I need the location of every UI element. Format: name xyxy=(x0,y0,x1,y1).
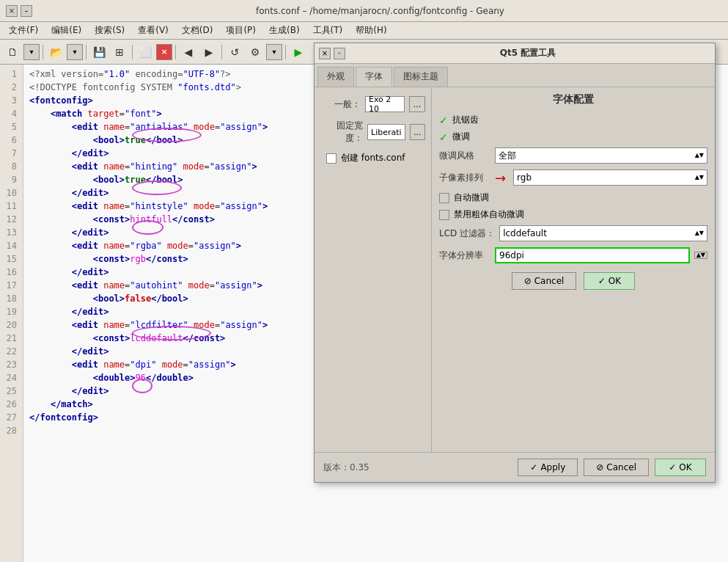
dpi-input[interactable]: 96dpi xyxy=(495,247,690,263)
bottom-buttons: ✓ Apply ⊘ Cancel ✓ OK xyxy=(518,459,706,476)
minimize-button[interactable]: – xyxy=(21,5,32,17)
window-title: fonts.conf – /home/manjarocn/.config/fon… xyxy=(38,6,722,16)
dpi-label: 字体分辨率 xyxy=(439,249,490,262)
hinting-row: ✓ 微调 xyxy=(439,131,707,143)
ok-check-icon: ✓ xyxy=(669,462,676,472)
subpixel-row: 子像素排列 → rgb ▲▼ xyxy=(439,169,707,186)
fixed-label: 固定宽度： xyxy=(320,120,363,145)
toolbar-sep-1 xyxy=(43,45,43,59)
toolbar-sep-5 xyxy=(221,45,222,59)
qt5-left-panel: 一般： Exo 2 10 ... 固定宽度： Liberati ... 创建 f… xyxy=(315,87,432,452)
subpixel-arrows: ▲▼ xyxy=(695,175,704,180)
dpi-arrows: ▲▼ xyxy=(694,252,707,259)
menu-document[interactable]: 文档(D) xyxy=(176,23,219,38)
dpi-row: 字体分辨率 96dpi ▲▼ xyxy=(439,247,707,263)
menu-help[interactable]: 帮助(H) xyxy=(350,23,392,38)
nav-forward-button[interactable]: ▶ xyxy=(199,43,218,62)
auto-hinting-row: 自动微调 xyxy=(439,191,707,204)
hinting-style-select[interactable]: 全部 ▲▼ xyxy=(495,147,707,164)
line-numbers: 1 2 3 4 5 6 7 8 9 10 11 12 13 14 15 16 1… xyxy=(0,65,23,562)
hinting-style-row: 微调风格 全部 ▲▼ xyxy=(439,147,707,164)
inner-cancel-button[interactable]: ⊘ Cancel xyxy=(512,272,577,290)
toolbar-sep-3 xyxy=(132,45,133,59)
hinting-style-arrows: ▲▼ xyxy=(695,153,704,158)
close-doc-button[interactable]: ⬜ xyxy=(136,43,155,62)
lcd-filter-row: LCD 过滤器： lcddefault ▲▼ xyxy=(439,225,707,241)
new-dropdown[interactable]: ▾ xyxy=(23,44,40,60)
disable-bold-label: 禁用粗体自动微调 xyxy=(454,208,524,221)
cancel-x-icon: ⊘ xyxy=(596,462,603,472)
qt5-content: 一般： Exo 2 10 ... 固定宽度： Liberati ... 创建 f… xyxy=(315,87,715,452)
open-file-button[interactable]: 📂 xyxy=(46,43,65,62)
inner-ok-button[interactable]: ✓ OK xyxy=(584,272,635,290)
qt5-title: Qt5 配置工具 xyxy=(345,47,710,59)
ok-button[interactable]: ✓ OK xyxy=(655,459,706,476)
create-fonts-row: 创建 fonts.conf xyxy=(320,152,425,164)
toolbar-sep-2 xyxy=(86,45,87,59)
general-font-btn[interactable]: ... xyxy=(409,96,425,112)
menu-bar: 文件(F) 编辑(E) 搜索(S) 查看(V) 文档(D) 项目(P) 生成(B… xyxy=(0,22,728,40)
window-controls: × – xyxy=(6,5,32,17)
settings-dropdown[interactable]: ▾ xyxy=(266,44,282,60)
new-file-button[interactable]: 🗋 xyxy=(3,43,22,62)
disable-bold-row: 禁用粗体自动微调 xyxy=(439,208,707,221)
tab-icon-theme[interactable]: 图标主题 xyxy=(394,67,448,87)
subpixel-arrow-icon: → xyxy=(495,170,506,186)
close-button[interactable]: × xyxy=(6,5,18,17)
font-config-title: 字体配置 xyxy=(439,93,707,106)
menu-file[interactable]: 文件(F) xyxy=(3,23,44,38)
cancel-button[interactable]: ⊘ Cancel xyxy=(584,459,649,476)
qt5-bottom-bar: 版本：0.35 ✓ Apply ⊘ Cancel ✓ OK xyxy=(315,452,715,482)
subpixel-select[interactable]: rgb ▲▼ xyxy=(513,169,707,186)
lcd-filter-arrows: ▲▼ xyxy=(695,230,704,236)
title-bar: × – fonts.conf – /home/manjarocn/.config… xyxy=(0,0,728,22)
menu-build[interactable]: 生成(B) xyxy=(263,23,306,38)
menu-edit[interactable]: 编辑(E) xyxy=(45,23,87,38)
nav-back-button[interactable]: ◀ xyxy=(179,43,198,62)
antialias-check-icon: ✓ xyxy=(439,114,448,126)
version-label: 版本：0.35 xyxy=(323,461,369,474)
apply-check-icon: ✓ xyxy=(530,462,537,472)
hinting-check-icon: ✓ xyxy=(439,131,448,143)
create-fonts-label: 创建 fonts.conf xyxy=(341,152,405,164)
subpixel-label: 子像素排列 xyxy=(439,172,490,184)
open-dropdown[interactable]: ▾ xyxy=(67,44,83,60)
cancel-icon: ⊘ xyxy=(524,276,532,286)
qt5-config-dialog[interactable]: × – Qt5 配置工具 外观 字体 图标主题 一般： Exo 2 10 ...… xyxy=(314,43,716,483)
ok-icon: ✓ xyxy=(598,276,606,286)
hinting-style-label: 微调风格 xyxy=(439,150,490,162)
qt5-titlebar: × – Qt5 配置工具 xyxy=(315,43,715,64)
lcd-filter-label: LCD 过滤器： xyxy=(439,227,495,240)
settings-button[interactable]: ⚙ xyxy=(246,43,265,62)
fixed-font-row: 固定宽度： Liberati ... xyxy=(320,120,425,145)
general-font-input[interactable]: Exo 2 10 xyxy=(365,96,405,112)
menu-view[interactable]: 查看(V) xyxy=(132,23,174,38)
inner-dialog-buttons: ⊘ Cancel ✓ OK xyxy=(439,272,707,290)
qt5-tabs: 外观 字体 图标主题 xyxy=(315,64,715,87)
menu-search[interactable]: 搜索(S) xyxy=(89,23,130,38)
auto-hinting-label: 自动微调 xyxy=(454,191,489,204)
qt5-minimize-button[interactable]: – xyxy=(334,48,345,59)
save-all-button[interactable]: ⊞ xyxy=(110,43,129,62)
menu-project[interactable]: 项目(P) xyxy=(220,23,262,38)
fixed-font-btn[interactable]: ... xyxy=(410,124,425,140)
menu-tools[interactable]: 工具(T) xyxy=(307,23,349,38)
disable-bold-checkbox[interactable] xyxy=(439,210,449,220)
qt5-right-panel: 字体配置 ✓ 抗锯齿 ✓ 微调 微调风格 全部 ▲▼ 子像素排列 xyxy=(432,87,715,452)
toolbar-sep-6 xyxy=(285,45,286,59)
fixed-font-input[interactable]: Liberati xyxy=(367,124,405,140)
refresh-button[interactable]: ↺ xyxy=(225,43,244,62)
qt5-close-button[interactable]: × xyxy=(319,48,331,59)
save-button[interactable]: 💾 xyxy=(89,43,109,62)
hinting-label[interactable]: 微调 xyxy=(452,131,470,143)
auto-hinting-checkbox[interactable] xyxy=(439,193,449,203)
tab-appearance[interactable]: 外观 xyxy=(317,67,354,87)
create-fonts-checkbox[interactable] xyxy=(326,153,337,164)
lcd-filter-select[interactable]: lcddefault ▲▼ xyxy=(499,225,707,241)
run-button[interactable]: ▶ xyxy=(289,43,308,62)
tab-fonts[interactable]: 字体 xyxy=(356,67,392,87)
apply-button[interactable]: ✓ Apply xyxy=(518,459,578,476)
antialias-label[interactable]: 抗锯齿 xyxy=(452,114,479,126)
close-red-button[interactable]: × xyxy=(156,44,172,60)
antialias-row: ✓ 抗锯齿 xyxy=(439,114,707,126)
